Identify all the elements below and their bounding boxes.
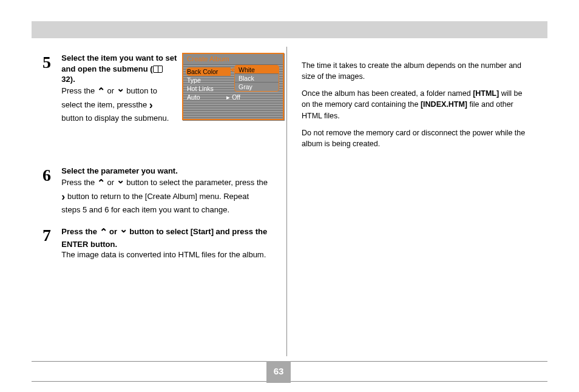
step-6-title: Select the parameter you want. <box>61 166 177 175</box>
lcd-option-white: White <box>235 66 279 74</box>
step-number: 7 <box>42 226 59 245</box>
step-7-title: Press the or button to select [Start] an… <box>61 227 267 248</box>
manual-page: 5 Select the item you want to set and op… <box>32 21 547 372</box>
lcd-item-auto-value: ▸ Off <box>226 93 240 101</box>
step-5-text-g: button to display the submenu. <box>61 113 169 123</box>
step-body: Select the parameter you want. Press the… <box>61 166 268 215</box>
right-p2-d: [INDEX.HTM] <box>421 100 467 109</box>
step-6: 6 Select the parameter you want. Press t… <box>42 166 268 215</box>
column-divider <box>286 47 287 356</box>
lcd-item-hot-links: Hot Links <box>186 84 231 93</box>
lcd-item-back-color: Back Color <box>186 67 231 76</box>
lcd-item-auto-label: Auto <box>187 93 200 101</box>
right-paragraph-3: Do not remove the memory card or disconn… <box>302 127 532 149</box>
lcd-popup: White Black Gray <box>234 65 279 92</box>
chevron-down-icon <box>117 177 124 190</box>
lcd-item-auto: Auto ▸ Off <box>186 93 231 101</box>
chevron-down-icon <box>117 85 124 98</box>
chevron-up-icon <box>100 226 107 239</box>
step-number: 5 <box>42 53 59 72</box>
step-5-title-b: 32). <box>61 75 75 84</box>
right-paragraph-1: The time it takes to create the album de… <box>302 60 532 82</box>
chevron-down-icon <box>120 226 127 239</box>
step-number: 6 <box>42 166 59 185</box>
lcd-option-black: Black <box>235 74 279 83</box>
lcd-item-type: Type <box>186 76 231 84</box>
lcd-screenshot: Create Album Back Color Type Hot Links A… <box>182 53 284 120</box>
step-5-text-a: Press the <box>61 86 97 95</box>
step-6-text-g: button to return to the [Create Album] m… <box>61 192 249 214</box>
page-number-badge: 63 <box>266 361 291 383</box>
lcd-menu: Back Color Type Hot Links Auto ▸ Off <box>186 67 231 101</box>
left-column: 5 Select the item you want to set and op… <box>32 44 274 260</box>
book-icon <box>153 66 163 73</box>
header-bar <box>32 21 547 38</box>
right-p2-a: Once the album has been created, a folde… <box>302 89 473 98</box>
step-7-title-a: Press the <box>61 227 99 236</box>
step-6-text-e: button to select the parameter, press th… <box>124 178 268 187</box>
lcd-title: Create Album <box>183 54 283 64</box>
chevron-up-icon <box>97 85 105 98</box>
chevron-right-icon <box>149 98 153 112</box>
content-area: 5 Select the item you want to set and op… <box>32 38 547 372</box>
lcd-option-gray: Gray <box>235 83 279 91</box>
lcd-body: Back Color Type Hot Links Auto ▸ Off Whi… <box>183 64 283 119</box>
step-body: Select the item you want to set and open… <box>61 53 177 123</box>
step-6-text-c: or <box>105 178 117 187</box>
step-7: 7 Press the or button to select [Start] … <box>42 226 268 260</box>
right-p2-b: [HTML] <box>473 89 499 98</box>
lcd-auto-value-text: Off <box>232 93 240 101</box>
chevron-up-icon <box>97 177 105 190</box>
lcd-arrow-icon <box>231 67 234 72</box>
step-body: Press the or button to select [Start] an… <box>61 226 268 260</box>
step-5-text-c: or <box>105 86 117 95</box>
step-6-text-a: Press the <box>61 178 97 187</box>
step-7-title-c: or <box>107 227 120 236</box>
step-5: 5 Select the item you want to set and op… <box>42 53 268 123</box>
right-column: The time it takes to create the album de… <box>296 60 538 155</box>
right-paragraph-2: Once the album has been created, a folde… <box>302 88 532 121</box>
step-7-text: The image data is converted into HTML fi… <box>61 250 266 259</box>
footer: 63 <box>32 361 547 382</box>
